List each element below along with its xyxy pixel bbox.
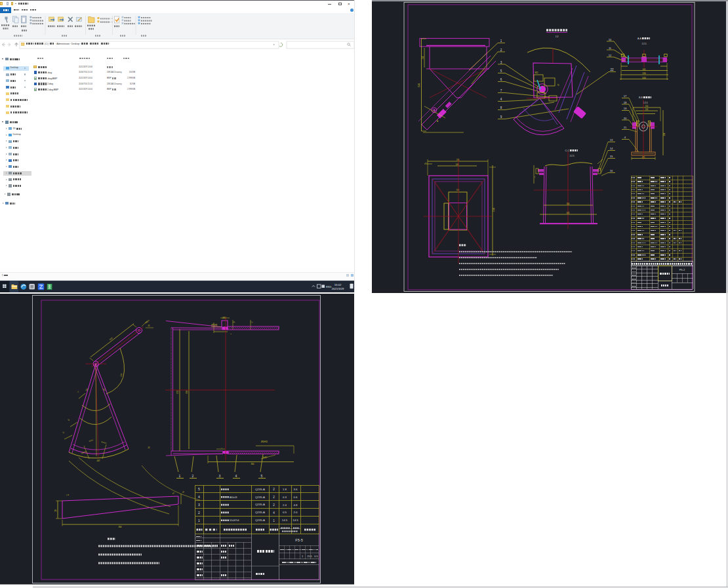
svg-text:14.5: 14.5 <box>282 519 288 522</box>
svg-text:B-B: B-B <box>639 96 643 99</box>
svg-text:2.0: 2.0 <box>293 511 298 514</box>
svg-text:692: 692 <box>176 390 179 393</box>
svg-text:Q235-A: Q235-A <box>255 488 265 491</box>
svg-text:5: 5 <box>261 474 263 478</box>
svg-text:390: 390 <box>663 132 666 136</box>
svg-text:475: 475 <box>642 156 645 159</box>
svg-text:450: 450 <box>422 56 424 59</box>
svg-text:646: 646 <box>643 68 646 71</box>
svg-text:F5-2: F5-2 <box>679 268 685 271</box>
svg-text:746: 746 <box>456 159 460 161</box>
svg-text:17: 17 <box>624 94 627 98</box>
svg-text:447: 447 <box>96 460 100 462</box>
svg-text:0.6: 0.6 <box>293 496 298 499</box>
svg-text:+: + <box>451 216 452 218</box>
svg-text:Q235-A: Q235-A <box>255 519 265 522</box>
svg-text:14: 14 <box>610 147 613 150</box>
svg-text:20: 20 <box>54 509 57 512</box>
svg-text:1:2.5: 1:2.5 <box>643 102 647 104</box>
svg-text:2.4: 2.4 <box>283 503 287 507</box>
svg-text:560: 560 <box>567 203 570 205</box>
svg-text:2: 2 <box>273 488 275 491</box>
svg-text:15:02: 15:02 <box>334 283 342 286</box>
svg-text:2: 2 <box>192 474 194 478</box>
svg-text:1460: 1460 <box>642 77 646 79</box>
svg-text:2: 2 <box>273 496 275 499</box>
svg-text:1.8: 1.8 <box>283 488 287 491</box>
svg-text:1:2.5: 1:2.5 <box>641 43 646 45</box>
svg-text:2: 2 <box>273 503 275 507</box>
svg-text:14.5: 14.5 <box>293 519 298 522</box>
svg-text:A-A: A-A <box>637 37 642 40</box>
svg-text:Ø30H11: Ø30H11 <box>261 441 268 443</box>
svg-text:1: 1 <box>198 519 200 522</box>
svg-text:1: 1 <box>179 474 181 478</box>
svg-text:4.8: 4.8 <box>293 503 298 507</box>
svg-text:364: 364 <box>118 526 121 528</box>
svg-text:Q235-A: Q235-A <box>255 511 265 514</box>
svg-text:10: 10 <box>609 38 612 41</box>
svg-text:M12: M12 <box>535 71 538 74</box>
svg-text:660: 660 <box>186 390 188 393</box>
svg-text:5: 5 <box>198 487 200 491</box>
svg-text:1:2.5: 1:2.5 <box>569 155 574 157</box>
svg-text:25.5: 25.5 <box>307 555 312 558</box>
svg-text:22: 22 <box>610 68 614 71</box>
svg-text:3: 3 <box>500 61 502 64</box>
svg-text:2021/3/29: 2021/3/29 <box>332 287 344 290</box>
svg-text:204: 204 <box>645 108 649 111</box>
svg-text:A: A <box>437 120 438 123</box>
svg-text:19: 19 <box>624 107 627 110</box>
svg-text:Q235-A: Q235-A <box>255 496 265 499</box>
svg-text:4: 4 <box>273 511 275 515</box>
svg-text:C-C: C-C <box>565 149 570 152</box>
svg-text:Ø75H8: Ø75H8 <box>211 324 217 326</box>
svg-text:4: 4 <box>198 495 200 499</box>
svg-text:2: 2 <box>198 511 200 515</box>
svg-text:Q235-A: Q235-A <box>255 503 265 506</box>
svg-text:13: 13 <box>610 138 613 142</box>
svg-text:1: 1 <box>273 519 275 522</box>
svg-text:21: 21 <box>624 126 627 129</box>
svg-text:1140: 1140 <box>493 208 495 212</box>
svg-text:9: 9 <box>500 115 502 119</box>
svg-text:15: 15 <box>610 155 613 158</box>
svg-text:3.6: 3.6 <box>293 488 298 491</box>
svg-text:0.5: 0.5 <box>283 511 287 514</box>
svg-text:1:2: 1:2 <box>556 35 559 38</box>
svg-text:635: 635 <box>567 212 570 214</box>
svg-text:1545: 1545 <box>418 83 420 87</box>
svg-text:F5-5: F5-5 <box>295 538 303 542</box>
svg-text:8: 8 <box>500 106 502 109</box>
svg-text:16: 16 <box>610 169 613 172</box>
svg-text:ENG: ENG <box>326 286 331 288</box>
svg-text:1: 1 <box>500 39 502 43</box>
svg-text:7: 7 <box>500 89 502 92</box>
svg-text:12: 12 <box>609 54 612 57</box>
svg-text:20: 20 <box>624 117 627 120</box>
svg-text:4: 4 <box>500 98 502 101</box>
svg-text:18: 18 <box>624 101 627 104</box>
svg-text:2: 2 <box>500 49 502 52</box>
svg-text:0.3: 0.3 <box>283 496 287 499</box>
svg-text:4: 4 <box>235 474 237 478</box>
svg-text:1160: 1160 <box>642 72 646 75</box>
svg-text:3: 3 <box>219 474 221 478</box>
svg-text:340: 340 <box>456 189 460 191</box>
svg-text:254: 254 <box>645 105 649 108</box>
svg-text:6: 6 <box>500 78 502 81</box>
svg-text:0.5: 0.5 <box>314 555 317 558</box>
svg-text:62x447x6: 62x447x6 <box>230 519 239 522</box>
svg-text:A60x18: A60x18 <box>230 496 237 499</box>
svg-text:5: 5 <box>500 69 502 73</box>
svg-text:360: 360 <box>251 463 254 465</box>
svg-text:3: 3 <box>198 503 200 507</box>
